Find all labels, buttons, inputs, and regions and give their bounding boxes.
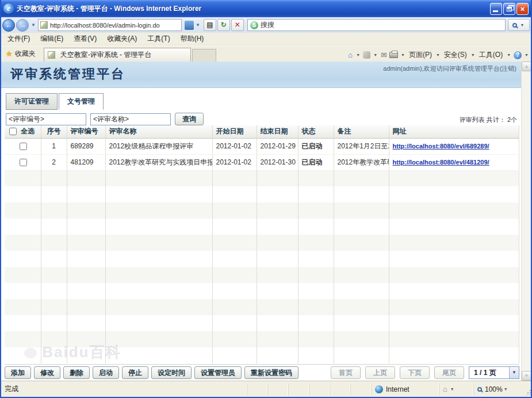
header-end-date: 结束日期 [257,125,298,138]
menu-favorites[interactable]: 收藏夹(A) [102,33,142,45]
next-page-button[interactable]: 下页 [400,366,430,379]
recent-pages-dropdown[interactable]: ▼ [30,22,38,28]
home-dropdown[interactable]: ▼ [355,53,361,57]
back-button[interactable]: ← [2,19,15,32]
logout-link[interactable]: (注销) [500,65,516,72]
restore-button[interactable] [503,3,515,15]
menu-tools[interactable]: 工具(T) [142,33,175,45]
cell-note: 2012年教学改革研究 [334,154,389,170]
close-icon: × [517,3,528,14]
start-button[interactable]: 启动 [93,366,119,379]
review-url-link[interactable]: http://localhost:8080/evl/689289/ [393,143,489,150]
add-button[interactable]: 添加 [5,366,31,379]
browser-tab[interactable]: 天空教室-评审系统 - 管理平台 [44,48,191,62]
set-admin-button[interactable]: 设置管理员 [194,366,242,379]
tab-bar: ★ 收藏夹 天空教室-评审系统 - 管理平台 ⌂ ▼ ▼ ✉ ▼ 页面(P) ▼… [0,46,532,62]
prev-page-button[interactable]: 上页 [365,366,395,379]
empty-row [5,299,519,315]
address-field[interactable] [38,19,182,31]
tab-document-number-management[interactable]: 文号管理 [59,93,104,110]
tab-license-management[interactable]: 许可证管理 [6,93,58,110]
magnifier-icon [512,23,517,28]
table-header-row: 全选 序号 评审编号 评审名称 开始日期 结束日期 状态 备注 网址 [5,125,519,138]
stop-button[interactable]: ✕ [231,19,244,31]
new-tab-button[interactable] [192,49,216,62]
forward-button[interactable]: → [16,19,29,32]
delete-button[interactable]: 删除 [63,366,90,379]
query-button[interactable]: 查询 [175,113,204,125]
favorites-label: 收藏夹 [15,49,36,59]
zoom-dropdown[interactable]: ▼ [503,387,509,391]
safety-menu[interactable]: 安全(S) [443,50,468,60]
modify-button[interactable]: 修改 [34,366,60,379]
page-menu[interactable]: 页面(P) [408,50,433,60]
review-code-input[interactable] [6,113,86,125]
set-time-button[interactable]: 设定时间 [151,366,192,379]
browser-search-box[interactable]: S [247,19,506,31]
empty-row [5,283,519,299]
menu-view[interactable]: 查看(V) [68,33,102,45]
search-engine-icon: S [250,21,258,29]
address-input[interactable] [50,22,179,29]
help-dropdown[interactable]: ▼ [523,53,530,57]
empty-row [5,170,519,186]
row-checkbox[interactable] [20,143,27,150]
tools-menu[interactable]: 工具(O) [478,50,504,60]
select-all-checkbox[interactable] [9,128,17,135]
feeds-dropdown[interactable]: ▼ [372,53,378,57]
security-zone: Internet [371,384,439,395]
tools-menu-dropdown[interactable]: ▼ [506,53,512,57]
feeds-icon[interactable] [363,51,370,59]
status-segment [309,384,330,395]
welcome-text: admin(admin),欢迎访问评审系统管理平台(注销) [383,64,516,73]
welcome-message: admin(admin),欢迎访问评审系统管理平台 [383,65,499,72]
address-dropdown[interactable]: ▼ [194,22,202,28]
print-dropdown[interactable]: ▼ [400,53,406,57]
scroll-down-button[interactable]: ▼ [522,371,531,381]
review-url-link[interactable]: http://localhost:8080/evl/481209/ [393,159,489,166]
browser-search-button[interactable]: ▼ [508,19,530,31]
status-segment [247,384,267,395]
print-icon[interactable] [389,52,398,58]
browser-search-input[interactable] [261,21,503,29]
window-title: 天空教室-评审系统 - 管理平台 - Windows Internet Expl… [17,4,489,14]
first-page-button[interactable]: 首页 [331,366,361,379]
close-button[interactable]: × [516,3,529,15]
home-icon[interactable]: ⌂ [347,51,353,59]
row-checkbox[interactable] [20,159,27,166]
status-text: 完成 [0,384,247,394]
compatibility-view-icon[interactable] [185,21,194,30]
reset-password-button[interactable]: 重新设置密码 [244,366,298,379]
resize-grip[interactable] [524,381,532,397]
page-preview-button[interactable]: ▤ [204,19,216,31]
page-title: 评审系统管理平台 [10,66,125,83]
safety-menu-dropdown[interactable]: ▼ [470,53,476,57]
zoom-level: 100% [485,385,503,393]
refresh-button[interactable]: ↻ [217,19,230,31]
stop-review-button[interactable]: 停止 [122,366,148,379]
menu-help[interactable]: 帮助(H) [175,33,209,45]
zoom-control[interactable]: 100% ▼ [473,384,524,395]
title-bar[interactable]: e 天空教室-评审系统 - 管理平台 - Windows Internet Ex… [0,0,532,17]
search-options-dropdown[interactable]: ▼ [519,23,526,27]
vertical-scrollbar[interactable]: ▲ ▼ [521,62,531,381]
last-page-button[interactable]: 尾页 [434,366,464,379]
page-select-dropdown-icon[interactable]: ▼ [509,367,519,378]
protected-mode-cell[interactable]: ⌂ ▼ [439,384,473,395]
pagination: 首页 上页 下页 尾页 1 / 1 页 ▼ [331,366,519,379]
zoom-magnifier-icon [477,387,482,392]
scroll-up-button[interactable]: ▲ [522,62,531,71]
minimize-button[interactable] [490,3,502,15]
zone-label: Internet [386,385,409,393]
page-select[interactable]: 1 / 1 页 ▼ [469,366,519,379]
header-start-date: 开始日期 [212,125,257,138]
menu-edit[interactable]: 编辑(E) [35,33,68,45]
page-menu-dropdown[interactable]: ▼ [435,53,441,57]
review-name-input[interactable] [90,113,171,125]
favorites-button[interactable]: ★ 收藏夹 [2,47,40,62]
help-icon[interactable]: ? [514,51,522,59]
menu-file[interactable]: 文件(F) [2,33,35,45]
mail-icon[interactable]: ✉ [380,51,388,59]
protected-mode-dropdown[interactable]: ▼ [449,387,456,391]
header-note: 备注 [334,125,389,138]
